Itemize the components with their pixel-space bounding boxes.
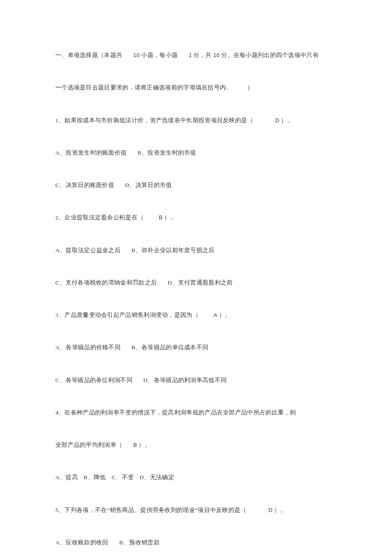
question-text: 4、在各种产品的利润率不变的情况下，提高利润率低的产品在全部产品中所占的比重，则 (55, 409, 296, 416)
option-d: D、各等级品的利润率高低不同 (143, 377, 227, 383)
q1-stem: 1、如果按成本与市价孰低法计价，资产负债表中长期投资项目反映的是（ D ）。 (55, 116, 337, 125)
question-text: 全部产品的平均利润率（ (55, 442, 122, 448)
option-c: C、决算日的账面价值 (55, 182, 114, 188)
question-text: 1、如果按成本与市价孰低法计价，资产负债表中长期投资项目反映的是（ (55, 117, 254, 124)
question-text: ）。 (274, 507, 286, 513)
question-count: 10 (133, 52, 140, 58)
q4-stem-line2: 全部产品的平均利润率（ B ）。 (55, 441, 337, 449)
option-a: A、投资发生时的账面价值 (55, 150, 127, 156)
option-b: B、各等级品的单位成本不同 (131, 344, 208, 351)
option-a: A、各等级品的价格不同 (55, 344, 121, 351)
option-c: C、各等级品的单位利润不同 (55, 377, 133, 383)
section-header-line1: 一、单项选择题（本题共 10 小题，每小题 1 分，共 10 分。在每小题列出的… (55, 51, 337, 60)
question-text: 5、下列各项，不在“销售商品、提供劳务收到的现金”项目中反映的是（ (55, 507, 247, 513)
question-text: 3、产品质量变动会引起产品销售利润变动，是因为（ (55, 312, 199, 318)
question-text: ）。 (164, 214, 176, 221)
answer-letter: B (133, 442, 137, 448)
document-page: 一、单项选择题（本题共 10 小题，每小题 1 分，共 10 分。在每小题列出的… (0, 0, 392, 555)
option-d: D、无法确定 (140, 474, 175, 480)
q1-options-row1: A、投资发生时的账面价值 B、投资发生时的市值 (55, 149, 337, 157)
answer-letter: B (159, 214, 163, 221)
q5-options-row1: A、应收账款的收回 B、预收销货款 (55, 538, 337, 547)
option-d: D、支付普通股股利之前 (167, 279, 233, 286)
option-b: B、降低 (84, 474, 106, 480)
option-b: B、投资发生时的市值 (138, 150, 196, 156)
option-a: A、应收账款的收回 (55, 539, 108, 546)
q2-options-row2: C、支付各项税收的滞纳金和罚款之后 D、支付普通股股利之前 (55, 279, 337, 287)
q5-stem: 5、下列各项，不在“销售商品、提供劳务收到的现金”项目中反映的是（ D ）。 (55, 506, 337, 515)
header-text: 小题，每小题 (141, 52, 178, 58)
total-points: 10 (213, 52, 219, 58)
points-each: 1 (189, 52, 192, 58)
q1-options-row2: C、决算日的账面价值 D、决算日的市值 (55, 181, 337, 190)
header-text: 一、单项选择题（本题共 (55, 52, 122, 58)
q3-options-row2: C、各等级品的单位利润不同 D、各等级品的利润率高低不同 (55, 376, 337, 385)
option-c: C、支付各项税收的滞纳金和罚款之后 (55, 279, 157, 286)
answer-letter: D (268, 507, 273, 513)
question-text: 2、企业提取法定盈余公积是在（ (55, 214, 144, 221)
option-a: A、提取法定公益金之后 (55, 247, 121, 253)
answer-letter: A (213, 312, 217, 318)
option-b: B、弥补企业以前年度亏损之后 (131, 247, 214, 253)
q3-stem: 3、产品质量变动会引起产品销售利润变动，是因为（ A ）。 (55, 311, 337, 319)
q4-options-row: A、提高 B、降低 C、不变 D、无法确定 (55, 473, 337, 482)
closing-paren: ） (247, 84, 253, 91)
option-d: D、决算日的市值 (125, 182, 172, 188)
header-text: 一个选项是符合题目要求的，请将正确选项前的字母填在括号内。 (55, 84, 232, 91)
option-c: C、不变 (112, 474, 134, 480)
section-header-line2: 一个选项是符合题目要求的，请将正确选项前的字母填在括号内。 ） (55, 83, 337, 92)
question-text: ）。 (219, 312, 231, 318)
header-text: 分。在每小题列出的四个选项中只有 (221, 52, 319, 58)
question-text: ）。 (138, 442, 151, 448)
q2-options-row1: A、提取法定公益金之后 B、弥补企业以前年度亏损之后 (55, 246, 337, 255)
q2-stem: 2、企业提取法定盈余公积是在（ B ）。 (55, 213, 337, 222)
option-a: A、提高 (55, 474, 78, 480)
header-text: 分，共 (193, 52, 212, 58)
answer-letter: D (275, 117, 280, 124)
option-b: B、预收销货款 (119, 539, 160, 546)
q4-stem-line1: 4、在各种产品的利润率不变的情况下，提高利润率低的产品在全部产品中所占的比重，则 (55, 408, 337, 417)
q3-options-row1: A、各等级品的价格不同 B、各等级品的单位成本不同 (55, 343, 337, 352)
question-text: ）。 (281, 117, 293, 124)
